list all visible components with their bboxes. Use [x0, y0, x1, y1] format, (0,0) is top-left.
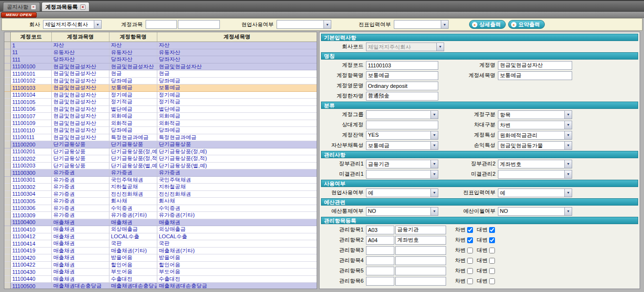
mgmt-item-code-input[interactable]: [366, 267, 394, 275]
debit-checkbox[interactable]: [467, 237, 473, 243]
tab-account-register[interactable]: 계정과목등록: [42, 2, 89, 11]
open1-select[interactable]: [366, 170, 438, 179]
table-row[interactable]: 11100200 단기금융상품 단기금융상품 단기금융상품: [4, 141, 317, 148]
mgmt-item-label: 관리항목3: [321, 247, 366, 254]
table-row[interactable]: 11100304 유가증권 전신전화채권 전신전화채권: [4, 191, 317, 198]
eng-name-input[interactable]: [366, 82, 438, 90]
table-row[interactable]: 11100309 유가증권 유가증권(기타) 유가증권(기타): [4, 212, 317, 219]
mgmt-item-code-input[interactable]: [366, 256, 394, 265]
table-row[interactable]: 11100306 유가증권 수익증권 수익증권: [4, 205, 317, 212]
cell-account-code: 11100201: [11, 148, 52, 155]
use-select[interactable]: 예: [366, 188, 438, 197]
table-row[interactable]: 11100440 매출채권 수출대전 수출대전: [4, 276, 317, 283]
detail-print-button[interactable]: 상세출력: [469, 20, 506, 29]
cell-sub-name: 유가증권(기타): [157, 212, 317, 219]
table-row[interactable]: 11100202 단기금융상품 단기금융상품(정,적) 단기금융상품(정,적): [4, 155, 317, 163]
summary-print-button[interactable]: 요약출력: [508, 20, 545, 29]
table-row[interactable]: 11100302 유가증권 지하철공채 지하철공채: [4, 184, 317, 191]
table-row[interactable]: 11100104 현금및현금성자산 정기예금 정기예금: [4, 92, 317, 99]
account-name-filter-input[interactable]: [178, 20, 220, 29]
account-code-input[interactable]: [366, 61, 438, 70]
group-select[interactable]: [366, 110, 438, 119]
kind-select[interactable]: 항목: [498, 110, 572, 119]
counter-account-input[interactable]: [366, 121, 438, 129]
table-row[interactable]: 11100102 현금및현금성자산 당좌예금 당좌예금: [4, 78, 317, 85]
mgmt-item-name-input[interactable]: [395, 267, 446, 275]
credit-checkbox[interactable]: [489, 278, 495, 284]
credit-checkbox[interactable]: [489, 237, 495, 243]
table-row[interactable]: 11100422 매출채권 할인어음 할인어음: [4, 262, 317, 269]
open2-select[interactable]: [498, 170, 572, 179]
mgmt-item-name-input[interactable]: [395, 226, 446, 234]
table-row[interactable]: 11100101 현금및현금성자산 현금 현금: [4, 70, 317, 78]
tab-notice[interactable]: 공지사항: [3, 2, 40, 11]
mgmt-item-code-input[interactable]: [366, 226, 394, 234]
table-row[interactable]: 11100419 매출채권 매출채권(기타) 매출채권(기타): [4, 248, 317, 255]
book1-select[interactable]: 금융기관: [366, 160, 438, 168]
mgmt-item-name-input[interactable]: [395, 236, 446, 245]
table-row[interactable]: 11100111 현금및현금성자산 특정현금과예금 특정현금과예금: [4, 134, 317, 142]
table-row[interactable]: 11100107 현금및현금성자산 외화예금 외화예금: [4, 113, 317, 120]
table-row[interactable]: 11100100 현금및현금성자산 현금및현금성자산 현금및현금성자산: [4, 63, 317, 71]
table-row[interactable]: 11100106 현금및현금성자산 별단예금 별단예금: [4, 106, 317, 113]
credit-checkbox[interactable]: [489, 248, 495, 253]
debit-checkbox[interactable]: [467, 258, 473, 264]
company-select[interactable]: 제일저지주식회사: [43, 20, 102, 29]
dc-select[interactable]: 차변: [498, 121, 572, 129]
sub-name-input[interactable]: [498, 71, 572, 80]
account-name-input[interactable]: [498, 61, 572, 70]
mgmt-item-code-input[interactable]: [366, 277, 394, 286]
debit-checkbox[interactable]: [467, 248, 473, 253]
table-row[interactable]: 11100105 현금및현금성자산 정기적금 정기적금: [4, 99, 317, 106]
table-row[interactable]: 11100400 매출채권 매출채권 매출채권: [4, 219, 317, 227]
menu-open-button[interactable]: MENU OPEN: [1, 12, 37, 18]
table-row[interactable]: 1 자산 자산 자산: [4, 42, 317, 49]
table-row[interactable]: 11100301 유가증권 국민주택채권 국민주택채권: [4, 177, 317, 184]
trait-select[interactable]: 원화예적금관리: [498, 131, 572, 140]
table-row[interactable]: 111 당좌자산 당좌자산 당좌자산: [4, 56, 317, 63]
credit-checkbox[interactable]: [489, 258, 495, 264]
balance-select[interactable]: YES: [366, 131, 438, 140]
mgmt-item-code-input[interactable]: [366, 236, 394, 245]
table-row[interactable]: 11 유동자산 유동자산 유동자산: [4, 49, 317, 57]
book2-select[interactable]: 계좌번호: [498, 160, 572, 168]
row-gutter: [4, 120, 11, 127]
debit-checkbox[interactable]: [467, 227, 473, 233]
mgmt-item-name-input[interactable]: [395, 277, 446, 286]
table-row[interactable]: 11100109 현금및현금성자산 외화적금 외화적금: [4, 120, 317, 127]
table-row[interactable]: 11100305 유가증권 회사채 회사채: [4, 198, 317, 205]
table-row[interactable]: 11100201 단기금융상품 단기금융상품(정,예) 단기금융상품(정,예): [4, 148, 317, 156]
credit-checkbox[interactable]: [489, 227, 495, 233]
budget-carry-select[interactable]: NO: [498, 207, 572, 216]
debit-checkbox[interactable]: [467, 268, 473, 274]
slip-filter-select[interactable]: [394, 20, 449, 29]
table-row[interactable]: 11100203 단기금융상품 단기금융상품(별,예) 단기금융상품(별,예): [4, 163, 317, 170]
table-row[interactable]: 11100410 매출채권 외상매출금 외상매출금: [4, 226, 317, 233]
budget-ctrl-select[interactable]: NO: [366, 207, 438, 216]
pl-trait-select[interactable]: 현금및현금등가물: [498, 141, 572, 150]
hanja-name-input[interactable]: [366, 92, 438, 101]
mgmt-item-name-input[interactable]: [395, 256, 446, 265]
item-name-input[interactable]: [366, 71, 438, 80]
mgmt-item-name-input[interactable]: [395, 246, 446, 255]
mgmt-item-code-input[interactable]: [366, 246, 394, 255]
slip-filter-label: 전표입력여부: [359, 21, 391, 28]
account-code-filter-input[interactable]: [146, 20, 177, 29]
asset-trait-select[interactable]: 보통예금: [366, 141, 438, 150]
table-row[interactable]: 11100300 유가증권 유가증권 유가증권: [4, 169, 317, 177]
table-row[interactable]: 11100103 현금및현금성자산 보통예금 보통예금: [4, 84, 317, 92]
table-row[interactable]: 11100500 매출채권대손충당금 매출채권대손충당금 매출채권대손충당금: [4, 283, 317, 289]
table-row[interactable]: 11100412 매출채권 LOCAL수출 LOCAL수출: [4, 233, 317, 241]
cell-account-code: 11100107: [11, 113, 52, 120]
use-filter-select[interactable]: [277, 20, 331, 29]
table-row[interactable]: 11100110 현금및현금성자산 당좌예금 당좌예금: [4, 127, 317, 134]
close-icon[interactable]: [80, 4, 86, 10]
table-row[interactable]: 11100414 매출채권 국판 국판: [4, 240, 317, 248]
table-row[interactable]: 11100430 매출채권 부도어음 부도어음: [4, 269, 317, 276]
slip-select[interactable]: 예: [498, 188, 572, 197]
company-code-select[interactable]: 제일저지주식회사: [366, 42, 444, 51]
credit-checkbox[interactable]: [489, 268, 495, 274]
debit-checkbox[interactable]: [467, 278, 473, 284]
close-icon[interactable]: [31, 4, 36, 10]
table-row[interactable]: 11100420 매출채권 받을어음 받을어음: [4, 254, 317, 262]
